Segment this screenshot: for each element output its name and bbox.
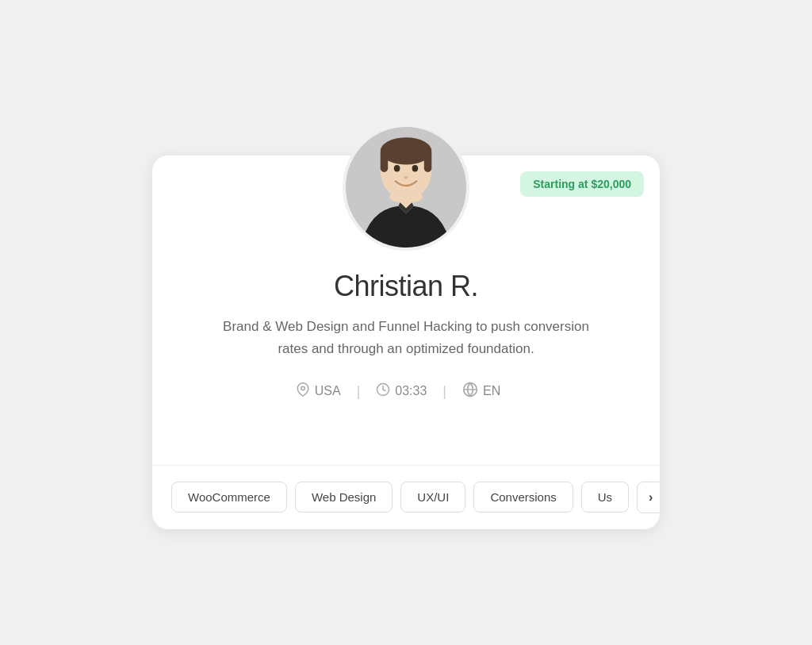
tag-conversions[interactable]: Conversions bbox=[473, 482, 573, 513]
card-wrapper: Starting at $20,000 Christian R. Brand &… bbox=[136, 100, 676, 544]
avatar-image bbox=[346, 127, 466, 248]
location-icon bbox=[296, 382, 310, 401]
price-badge: Starting at $20,000 bbox=[520, 171, 644, 197]
avatar bbox=[343, 124, 469, 251]
clock-icon bbox=[376, 382, 390, 401]
more-tags-button[interactable]: › bbox=[637, 482, 660, 513]
svg-point-5 bbox=[394, 165, 400, 172]
svg-rect-4 bbox=[424, 150, 432, 173]
language-text: EN bbox=[483, 384, 500, 398]
location-item: USA bbox=[296, 382, 357, 401]
tag-web-design[interactable]: Web Design bbox=[295, 482, 393, 513]
time-text: 03:33 bbox=[395, 384, 427, 398]
profile-description: Brand & Web Design and Funnel Hacking to… bbox=[208, 316, 604, 359]
svg-rect-3 bbox=[381, 150, 389, 173]
profile-card: Starting at $20,000 Christian R. Brand &… bbox=[152, 155, 660, 528]
card-main: Starting at $20,000 Christian R. Brand &… bbox=[152, 155, 660, 464]
svg-point-2 bbox=[381, 138, 432, 165]
svg-point-6 bbox=[412, 165, 419, 172]
svg-point-7 bbox=[404, 176, 408, 179]
svg-point-9 bbox=[389, 191, 423, 203]
location-text: USA bbox=[315, 384, 341, 398]
tag-woocommerce[interactable]: WooCommerce bbox=[171, 482, 287, 513]
meta-row: USA | 03:33 | bbox=[296, 382, 517, 401]
time-item: 03:33 bbox=[360, 382, 442, 401]
svg-point-10 bbox=[301, 386, 304, 390]
tag-us[interactable]: Us bbox=[581, 482, 629, 513]
language-icon bbox=[462, 382, 478, 401]
card-footer: WooCommerce Web Design UX/UI Conversions… bbox=[152, 465, 660, 529]
profile-name: Christian R. bbox=[334, 270, 478, 303]
language-item: EN bbox=[446, 382, 516, 401]
tag-ux-ui[interactable]: UX/UI bbox=[400, 482, 465, 513]
more-tags-icon: › bbox=[649, 490, 653, 505]
price-badge-text: Starting at $20,000 bbox=[533, 178, 631, 190]
